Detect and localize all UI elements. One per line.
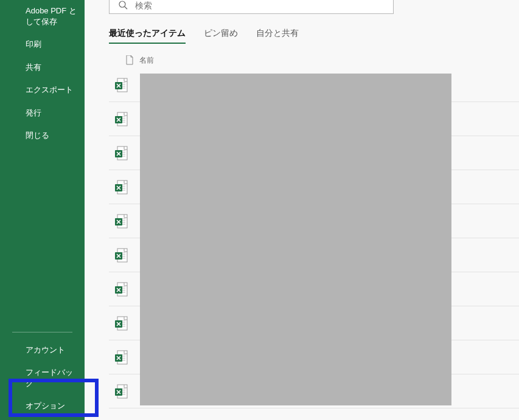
search-icon (118, 0, 128, 12)
sidebar-item-options[interactable]: オプション (0, 394, 85, 418)
column-name: 名前 (139, 55, 154, 66)
excel-file-icon (114, 111, 130, 127)
backstage-sidebar: Adobe PDF として保存 印刷 共有 エクスポート 発行 閉じる アカウン… (0, 0, 85, 420)
search-box[interactable] (109, 0, 394, 14)
excel-file-icon (114, 179, 130, 195)
sidebar-item-account[interactable]: アカウント (0, 339, 85, 362)
sidebar-bottom-group: アカウント フィードバック オプション (0, 326, 85, 418)
excel-file-icon (114, 77, 130, 93)
tab-recent[interactable]: 最近使ったアイテム (109, 28, 186, 44)
sidebar-item-adobe-pdf[interactable]: Adobe PDF として保存 (0, 0, 85, 33)
document-icon (120, 55, 139, 65)
sidebar-item-feedback[interactable]: フィードバック (0, 361, 85, 394)
sidebar-divider (12, 332, 72, 332)
search-input[interactable] (135, 1, 393, 10)
tab-shared[interactable]: 自分と共有 (256, 28, 299, 44)
sidebar-item-close[interactable]: 閉じる (0, 124, 85, 147)
excel-file-icon (114, 384, 130, 399)
sidebar-item-publish[interactable]: 発行 (0, 102, 85, 125)
excel-file-icon (114, 349, 130, 365)
excel-file-icon (114, 145, 130, 161)
list-header: 名前 (109, 52, 519, 68)
redacted-overlay (140, 74, 451, 405)
svg-point-0 (119, 1, 125, 7)
sidebar-item-export[interactable]: エクスポート (0, 78, 85, 102)
tab-pinned[interactable]: ピン留め (204, 28, 238, 44)
excel-file-icon (114, 213, 130, 229)
excel-file-icon (114, 247, 130, 263)
svg-line-1 (125, 7, 127, 9)
excel-file-icon (114, 315, 130, 331)
sidebar-item-share[interactable]: 共有 (0, 56, 85, 79)
recent-tabs: 最近使ったアイテム ピン留め 自分と共有 (109, 28, 299, 44)
excel-file-icon (114, 281, 130, 297)
sidebar-item-print[interactable]: 印刷 (0, 33, 85, 56)
